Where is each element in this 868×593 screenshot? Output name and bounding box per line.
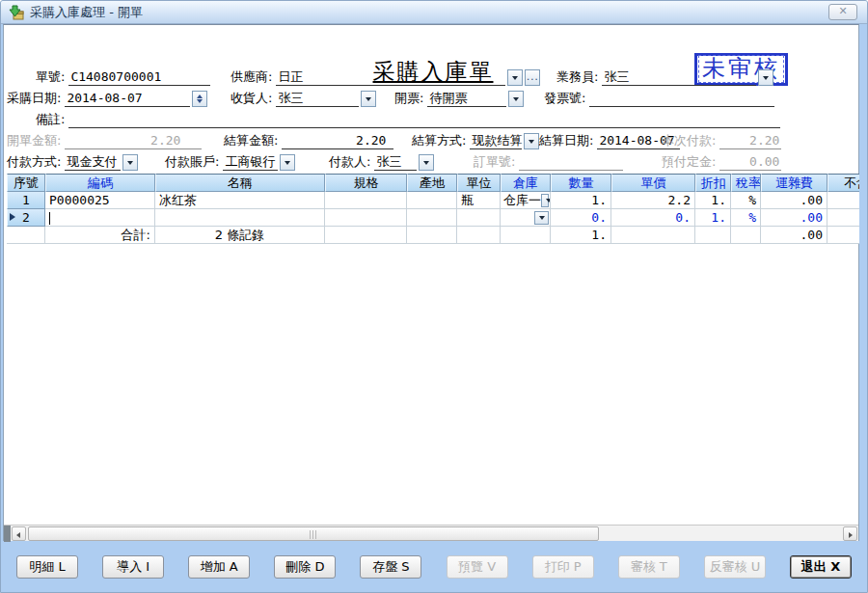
- field-pay-account: 付款賬戶:工商银行: [165, 153, 295, 173]
- field-invoice-status: 開票:待開票: [394, 90, 524, 109]
- purchase-date-input[interactable]: 2014-08-07: [65, 90, 190, 107]
- settle-amount-input[interactable]: 2.20: [282, 132, 393, 149]
- field-invoice-no: 發票號:: [544, 90, 774, 109]
- invoice-status-dropdown-button[interactable]: [508, 91, 524, 107]
- column-header-name[interactable]: 名稱: [155, 174, 325, 192]
- column-header-price[interactable]: 單價: [611, 174, 695, 192]
- scroll-right-button[interactable]: [843, 526, 857, 541]
- cell-origin[interactable]: [407, 192, 457, 209]
- supplier-browse-button[interactable]: ...: [525, 69, 540, 86]
- column-header-notax[interactable]: 不含: [827, 174, 859, 192]
- save-button[interactable]: 存盤 S: [360, 555, 421, 579]
- close-button[interactable]: ✕: [828, 4, 857, 20]
- app-window: 采購入庫處理 - 開單 ✕ 采購入庫單 未审核 單號:C14080700001 …: [0, 0, 868, 593]
- salesman-dropdown-button[interactable]: [758, 69, 773, 86]
- cell-code[interactable]: P0000025: [45, 192, 155, 209]
- preview-button: 預覽 V: [447, 555, 508, 579]
- current-payment-value: 2.20: [719, 132, 781, 149]
- purchase-date-spinner[interactable]: [192, 91, 207, 107]
- receiver-input[interactable]: 张三: [276, 90, 359, 107]
- column-header-spec[interactable]: 規格: [325, 174, 407, 192]
- cell-warehouse[interactable]: [501, 209, 551, 227]
- cell-notax[interactable]: [827, 209, 859, 227]
- warehouse-value: 仓库一: [503, 192, 541, 208]
- settle-method-input[interactable]: 现款结算: [470, 132, 522, 149]
- exit-button[interactable]: 退出 X: [790, 555, 852, 579]
- column-header-seq[interactable]: 序號: [7, 174, 45, 192]
- add-button[interactable]: 增加 A: [188, 555, 250, 579]
- cell-code[interactable]: [45, 209, 155, 227]
- total-label: 合計:: [45, 227, 155, 244]
- cell-discount[interactable]: 1.: [695, 192, 731, 209]
- cell-name[interactable]: 冰红茶: [155, 192, 325, 209]
- pay-method-input[interactable]: 现金支付: [65, 153, 121, 171]
- scrollbar-grip: [310, 530, 317, 539]
- column-header-freight[interactable]: 運雜費: [761, 174, 827, 192]
- open-amount-value: 2.20: [65, 132, 202, 149]
- receiver-dropdown-button[interactable]: [361, 91, 376, 107]
- scroll-left-button[interactable]: [12, 526, 26, 541]
- remark-input[interactable]: [68, 111, 780, 128]
- cell-freight[interactable]: .00: [761, 192, 827, 209]
- column-header-qty[interactable]: 數量: [551, 174, 611, 192]
- cell-tax[interactable]: %: [731, 192, 761, 209]
- detail-button[interactable]: 明細 L: [16, 555, 78, 579]
- cell-origin[interactable]: [407, 209, 457, 227]
- cell-name[interactable]: [155, 209, 325, 227]
- invoice-no-input[interactable]: [589, 90, 774, 107]
- cell-unit[interactable]: [457, 209, 501, 227]
- scrollbar-corner: [4, 526, 11, 542]
- total-cell-unit: [457, 227, 501, 244]
- cell-discount[interactable]: 1.: [695, 209, 731, 227]
- cell-price[interactable]: 2.2: [611, 192, 695, 209]
- supplier-input[interactable]: 日正: [276, 68, 505, 86]
- cell-qty[interactable]: 0.: [551, 209, 611, 227]
- cell-seq[interactable]: 1: [7, 192, 45, 209]
- detail-grid: 序號編碼名稱規格產地單位倉庫數量單價折扣稅率運雜費不含1P0000025冰红茶瓶…: [7, 174, 859, 244]
- cell-price[interactable]: 0.: [611, 209, 695, 227]
- cell-warehouse[interactable]: 仓库一: [501, 192, 551, 209]
- cell-unit[interactable]: 瓶: [457, 192, 501, 209]
- field-settle-amount: 結算金額:2.20: [224, 132, 393, 151]
- pay-account-input[interactable]: 工商银行: [223, 153, 278, 171]
- cell-notax[interactable]: [827, 192, 859, 209]
- column-header-origin[interactable]: 產地: [407, 174, 457, 192]
- field-open-amount: 開單金額:2.20: [7, 132, 202, 151]
- column-header-tax[interactable]: 稅率: [731, 174, 761, 192]
- field-pay-method: 付款方式:现金支付: [7, 153, 138, 173]
- warehouse-dropdown-button[interactable]: [541, 194, 549, 207]
- payer-input[interactable]: 张三: [374, 153, 417, 171]
- field-salesman: 業務員:张三: [556, 68, 773, 88]
- settle-method-dropdown-button[interactable]: [524, 133, 539, 149]
- column-header-warehouse[interactable]: 倉庫: [501, 174, 551, 192]
- invoice-status-input[interactable]: 待開票: [427, 90, 506, 107]
- import-button[interactable]: 導入 I: [102, 555, 164, 579]
- field-current-payment: 本次付款:2.20: [662, 132, 781, 151]
- payer-dropdown-button[interactable]: [419, 154, 434, 171]
- cell-qty[interactable]: 1.: [551, 192, 611, 209]
- order-no-input[interactable]: C14080700001: [68, 68, 210, 86]
- field-receiver: 收貨人:张三: [231, 90, 376, 109]
- pay-method-dropdown-button[interactable]: [122, 154, 138, 171]
- column-header-unit[interactable]: 單位: [457, 174, 501, 192]
- horizontal-scrollbar[interactable]: [4, 525, 858, 541]
- salesman-input[interactable]: 张三: [602, 68, 756, 86]
- column-header-discount[interactable]: 折扣: [695, 174, 731, 192]
- warehouse-dropdown-button[interactable]: [534, 211, 549, 225]
- total-cell-price: [611, 227, 695, 244]
- audit-button: 審核 T: [618, 555, 680, 579]
- pay-account-dropdown-button[interactable]: [280, 154, 295, 171]
- cell-spec[interactable]: [325, 192, 407, 209]
- cell-tax[interactable]: %: [731, 209, 761, 227]
- table-row: 1P0000025冰红茶瓶仓库一1.2.21.%.00: [7, 192, 859, 209]
- cell-seq[interactable]: 2: [7, 209, 45, 227]
- field-purchase-date: 采購日期:2014-08-07: [7, 90, 207, 109]
- cell-freight[interactable]: .00: [761, 209, 827, 227]
- column-header-code[interactable]: 編碼: [45, 174, 155, 192]
- cell-spec[interactable]: [325, 209, 407, 227]
- delete-button[interactable]: 刪除 D: [274, 555, 336, 579]
- supplier-dropdown-button[interactable]: [507, 69, 523, 86]
- field-payer: 付款人:张三: [329, 153, 434, 173]
- field-prepaid: 預付定金:0.00: [662, 153, 781, 173]
- scrollbar-thumb[interactable]: [28, 526, 599, 541]
